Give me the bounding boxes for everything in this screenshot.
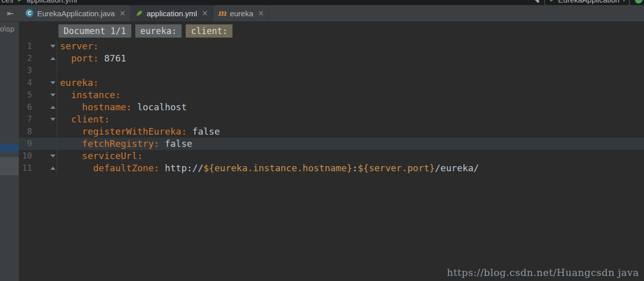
code-token: server: (60, 41, 99, 51)
run-button[interactable] (635, 0, 642, 4)
run-config-dropdown[interactable]: EurekaApplication ▾ (544, 0, 630, 5)
code-line[interactable]: 8 registerWithEureka: false (19, 126, 644, 138)
line-number: 1 (19, 40, 32, 52)
code-line[interactable]: 6 hostname: localhost (19, 101, 644, 113)
watermark: https://blog.csdn.net/Huangcsdn java (447, 267, 639, 278)
editor-tab-bar: ⇤ C EurekaApplication.java × application… (0, 5, 644, 22)
fold-start-icon[interactable] (49, 150, 57, 162)
code-token: localhost (132, 102, 187, 112)
tab-label: eureka (230, 9, 253, 18)
code-token: hostname: (82, 102, 132, 112)
tab-label: EurekaApplication.java (37, 9, 115, 18)
tab-application-yml[interactable]: application.yml × (131, 5, 213, 21)
breadcrumb-chip[interactable]: client: (186, 24, 232, 38)
code-line[interactable]: 4eureka: (19, 77, 644, 89)
nav-file-label[interactable]: application.yml (26, 0, 77, 4)
code-token (60, 163, 93, 173)
code-line[interactable]: 2 port: 8761 (19, 52, 644, 65)
code-line[interactable]: 1server: (19, 40, 644, 52)
line-number: 11 (19, 162, 32, 174)
line-number: 10 (19, 150, 32, 162)
code-lines: 1server:2 port: 876134eureka:5 instance:… (19, 40, 644, 174)
code-token: instance: (71, 89, 121, 100)
line-number: 7 (19, 113, 32, 126)
fold-end-icon[interactable] (49, 162, 57, 174)
project-tree-row[interactable] (0, 157, 19, 175)
spring-yml-icon (135, 10, 143, 17)
code-line[interactable]: 5 instance: (19, 89, 644, 101)
tab-close-icon[interactable]: × (201, 9, 208, 18)
editor-gutter: 10 (19, 150, 57, 162)
code-token: port: (71, 53, 99, 64)
code-token (60, 53, 71, 64)
line-number: 3 (19, 65, 32, 77)
editor-gutter: 11 (19, 162, 57, 174)
fold-start-icon[interactable] (49, 89, 57, 101)
code-token: false (159, 138, 192, 149)
build-hammer-icon[interactable] (534, 0, 539, 3)
code-line[interactable]: 7 client: (19, 113, 644, 126)
hide-tabs-icon[interactable]: ⇤ (0, 5, 21, 21)
navigation-bar: ces application.yml EurekaApplication ▾ (0, 0, 644, 5)
code-token (60, 114, 71, 124)
project-tree-selected-row[interactable] (0, 144, 19, 152)
run-toolbar: EurekaApplication ▾ (534, 0, 642, 5)
code-line[interactable]: 9 fetchRegistry: false (19, 138, 644, 150)
line-number: 9 (19, 138, 32, 150)
fold-end-icon[interactable] (49, 52, 57, 65)
fold-start-icon[interactable] (49, 113, 57, 126)
code-token: /eureka/ (435, 163, 479, 173)
code-token (60, 150, 82, 161)
editor-gutter: 1 (19, 40, 57, 52)
code-line[interactable]: 3 (19, 65, 644, 77)
code-token (60, 138, 82, 149)
editor-gutter: 2 (19, 52, 57, 65)
code-line[interactable]: 11 defaultZone: http://${eureka.instance… (19, 162, 644, 174)
code-text: fetchRegistry: false (57, 138, 192, 150)
code-token: : (352, 163, 358, 173)
project-tree-clipped-text: o\sp (0, 24, 14, 33)
code-text: server: (57, 40, 99, 52)
breadcrumb-chip[interactable]: Document 1/1 (58, 24, 131, 38)
spring-boot-icon (549, 0, 555, 3)
line-number: 2 (19, 52, 32, 65)
editor-gutter: 6 (19, 101, 57, 113)
editor-gutter: 4 (19, 77, 57, 89)
code-token: ${server.port} (358, 163, 435, 173)
line-number: 8 (19, 126, 32, 138)
code-token: 8761 (99, 53, 126, 64)
code-text: hostname: localhost (57, 101, 187, 113)
nav-breadcrumb-fragment[interactable]: ces (2, 0, 13, 4)
line-number: 6 (19, 101, 32, 113)
breadcrumb-chip[interactable]: eureka: (135, 24, 182, 38)
code-token (60, 102, 82, 112)
nav-breadcrumb-group: ces application.yml (2, 0, 77, 5)
line-number: 5 (19, 89, 32, 101)
java-class-icon: C (25, 9, 34, 17)
project-panel-edge: o\sp (0, 22, 19, 281)
code-token: registerWithEureka: (82, 126, 187, 137)
code-token: client: (71, 114, 110, 124)
fold-start-icon[interactable] (49, 77, 57, 89)
fold-end-icon[interactable] (49, 101, 57, 113)
editor[interactable]: Document 1/1eureka:client: 1server:2 por… (19, 22, 644, 281)
dropdown-caret-icon: ▾ (623, 0, 625, 3)
eureka-file-icon: m (218, 9, 226, 17)
code-token (60, 126, 82, 137)
code-text: registerWithEureka: false (57, 126, 220, 138)
code-text: instance: (57, 89, 121, 101)
code-token: http:// (159, 163, 203, 173)
code-text: eureka: (57, 77, 99, 89)
code-token: ${eureka.instance.hostname} (203, 163, 353, 173)
tab-close-icon[interactable]: × (120, 9, 126, 18)
run-config-label: EurekaApplication (558, 0, 620, 4)
fold-start-icon[interactable] (49, 40, 57, 52)
tab-close-icon[interactable]: × (258, 9, 265, 18)
editor-gutter: 7 (19, 113, 57, 126)
code-line[interactable]: 10 serviceUrl: (19, 150, 644, 162)
line-number: 4 (19, 77, 32, 89)
tab-label: application.yml (147, 9, 197, 18)
tab-eurekaapplication-java[interactable]: C EurekaApplication.java × (21, 5, 131, 21)
editor-gutter: 3 (19, 65, 57, 77)
tab-eureka[interactable]: m eureka × (213, 5, 269, 21)
